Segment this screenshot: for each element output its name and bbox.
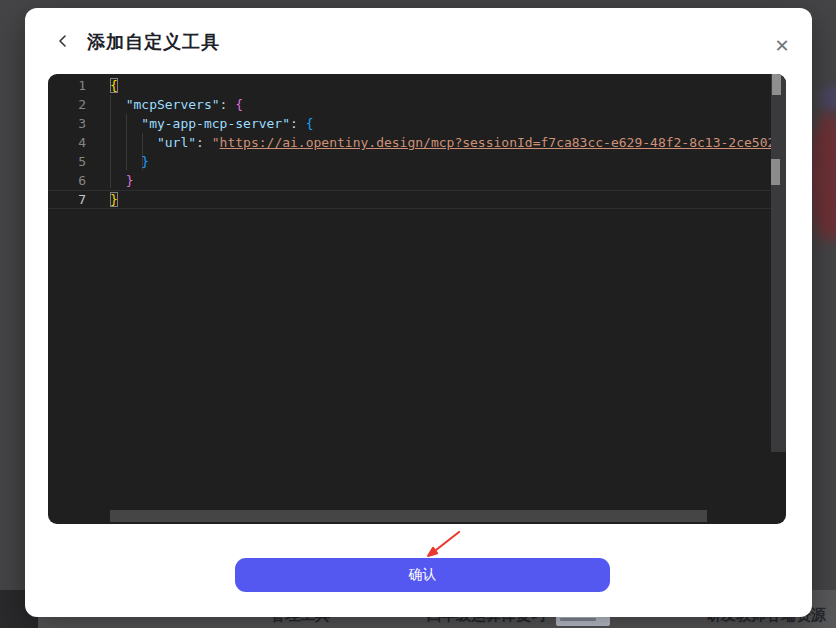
vertical-scrollbar-thumb[interactable] [772,74,781,95]
background-blur-blob [808,112,836,242]
code-line[interactable]: 3 "my-app-mcp-server": { [48,114,771,133]
code-line[interactable]: 2 "mcpServers": { [48,95,771,114]
dialog-title: 添加自定义工具 [87,30,220,54]
vertical-scrollbar-thumb[interactable] [771,159,780,185]
line-number: 7 [48,190,86,209]
code-line[interactable]: 7} [48,190,771,209]
line-number: 5 [48,152,86,171]
horizontal-scrollbar-thumb[interactable] [110,510,707,522]
line-number: 3 [48,114,86,133]
background-blur-blob [820,86,836,112]
code-line[interactable]: 4 "url": "https://ai.opentiny.design/mcp… [48,133,771,152]
line-number: 1 [48,76,86,95]
code-lines: 1{2 "mcpServers": {3 "my-app-mcp-server"… [48,76,771,209]
add-custom-tool-dialog: 添加自定义工具 ✕ 1{2 "mcpServers": {3 "my-app-m… [25,8,812,617]
code-line[interactable]: 6 } [48,171,771,190]
line-number: 2 [48,95,86,114]
code-line[interactable]: 1{ [48,76,771,95]
chevron-left-icon [56,34,70,51]
line-number: 6 [48,171,86,190]
back-button[interactable] [53,32,73,52]
close-icon: ✕ [774,35,789,56]
line-number: 4 [48,133,86,152]
close-button[interactable]: ✕ [770,34,794,58]
editor-vertical-scrollbar[interactable] [771,74,786,452]
code-editor[interactable]: 1{2 "mcpServers": {3 "my-app-mcp-server"… [48,74,786,524]
mini-card-sub-line [560,618,596,621]
code-line[interactable]: 5 } [48,152,771,171]
confirm-button[interactable]: 确认 [235,558,610,592]
